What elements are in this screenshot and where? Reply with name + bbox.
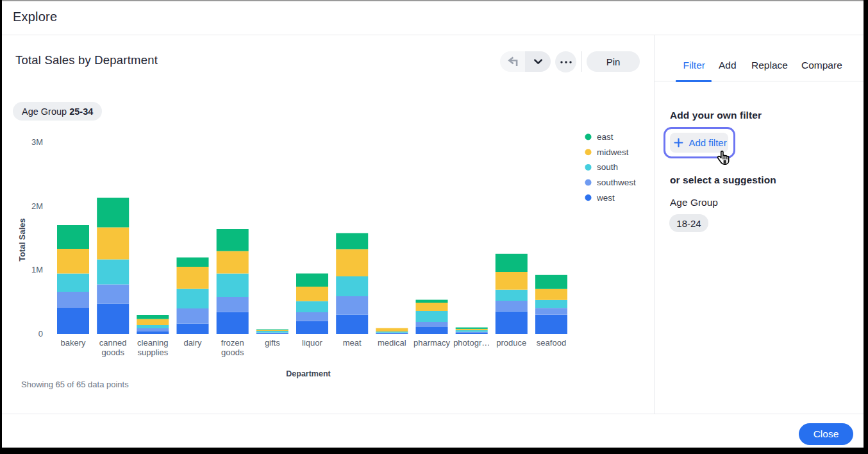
svg-text:seafood: seafood (537, 338, 566, 348)
svg-text:Total Sales: Total Sales (17, 218, 27, 262)
svg-text:1M: 1M (31, 265, 43, 274)
svg-text:southwest: southwest (597, 178, 636, 187)
svg-text:bakery: bakery (60, 338, 86, 348)
svg-text:west: west (596, 193, 615, 203)
svg-text:supplies: supplies (137, 348, 168, 357)
svg-text:canned: canned (99, 338, 127, 348)
svg-text:gifts: gifts (265, 338, 280, 348)
svg-text:photogr…: photogr… (453, 338, 490, 348)
svg-text:cleaning: cleaning (137, 338, 168, 348)
svg-text:produce: produce (496, 338, 526, 348)
svg-text:Department: Department (286, 369, 331, 378)
svg-text:0: 0 (38, 329, 43, 339)
svg-text:south: south (597, 162, 618, 172)
svg-text:dairy: dairy (183, 338, 202, 348)
svg-text:goods: goods (101, 348, 124, 357)
svg-text:goods: goods (221, 348, 244, 357)
svg-text:east: east (597, 132, 613, 142)
svg-text:medical: medical (378, 338, 406, 348)
svg-text:midwest: midwest (597, 147, 629, 157)
svg-text:meat: meat (343, 338, 362, 348)
svg-text:2M: 2M (31, 201, 43, 211)
svg-text:pharmacy: pharmacy (413, 338, 451, 348)
svg-text:frozen: frozen (221, 338, 244, 348)
svg-text:liquor: liquor (302, 338, 322, 348)
svg-text:3M: 3M (31, 137, 43, 147)
